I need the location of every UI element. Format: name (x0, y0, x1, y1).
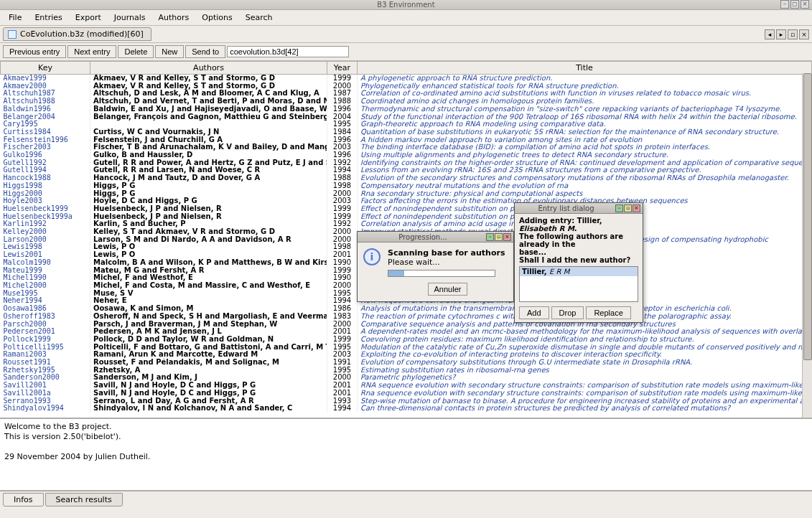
add-button[interactable]: Add (519, 306, 549, 319)
send-to-field[interactable] (227, 46, 349, 57)
cell-year: 1995 (327, 121, 358, 128)
previous-entry-button[interactable]: Previous entry (3, 45, 66, 58)
author-list-item[interactable]: Tillier, E R M (520, 267, 638, 276)
table-row[interactable]: Ramani2003Ramani, Arun K and Marcotte, E… (1, 351, 812, 359)
table-row[interactable]: Huelsenbeck1999aHuelsenbeck, J P and Nie… (1, 213, 812, 221)
new-button[interactable]: New (155, 45, 184, 58)
menu-entries[interactable]: Entries (29, 11, 67, 24)
cell-key: Malcolm1990 (1, 259, 90, 267)
table-row[interactable]: Felsenstein1996Felsenstein, J and Church… (1, 136, 812, 144)
cell-title: Graph-theoretic approach to RNA modeling… (358, 121, 812, 128)
cell-authors: Michel, F and Westhof, E (90, 274, 327, 282)
menu-authors[interactable]: Authors (153, 11, 195, 24)
dlg-minimize-icon[interactable]: – (615, 204, 623, 212)
dlg-maximize-icon[interactable]: ▫ (495, 233, 503, 241)
doc-next-button[interactable]: ▸ (776, 29, 786, 39)
cancel-button[interactable]: Annuler (428, 283, 468, 296)
author-list[interactable]: Tillier, E R M (519, 266, 638, 302)
table-row[interactable]: Huelsenbeck1999Huelsenbeck, J P and Niel… (1, 205, 812, 213)
tab-search-results[interactable]: Search results (45, 493, 123, 507)
menu-journals[interactable]: Journals (108, 11, 151, 24)
table-row[interactable]: Savill2001aSavill, N J and Hoyle, D C an… (1, 390, 812, 397)
table-row[interactable]: Polticelli1995Polticelli, F and Bottaro,… (1, 344, 812, 352)
table-row[interactable]: Gutell1994Gutell, R R and Larsen, N and … (1, 166, 812, 174)
table-row[interactable]: Hoyle2003Hoyle, D C and Higgs, P G2003Fa… (1, 197, 812, 205)
dlg-maximize-icon[interactable]: ▫ (624, 204, 632, 212)
table-row[interactable]: Sanderson2000Sanderson, M J and Kim, J20… (1, 374, 812, 382)
table-row[interactable]: Savill2001Savill, N J and Hoyle, D C and… (1, 382, 812, 390)
delete-button[interactable]: Delete (118, 45, 154, 58)
cell-key: Bélanger2004 (1, 113, 90, 121)
table-row[interactable]: Gutell1992Gutell, R R and Power, A and H… (1, 159, 812, 167)
document-tab[interactable]: CoEvolution.b3z (modified)[60] (3, 27, 151, 41)
send-to-button[interactable]: Send to (185, 45, 225, 58)
cell-key: Rousset1991 (1, 359, 90, 367)
dlg-minimize-icon[interactable]: – (486, 233, 494, 241)
table-row[interactable]: Shindyalov1994Shindyalov, I N and Kolcha… (1, 405, 812, 413)
col-authors[interactable]: Authors (90, 62, 327, 75)
replace-button[interactable]: Replace (586, 306, 630, 319)
table-row[interactable]: Curtiss1984Curtiss, W C and Vournakis, J… (1, 128, 812, 136)
doc-close-button[interactable]: × (799, 29, 809, 39)
menu-search[interactable]: Search (240, 11, 279, 24)
table-row[interactable]: Pedersen2001Pedersen, A M K and Jensen, … (1, 328, 812, 336)
cell-title: Estimating substitution rates in ribosom… (358, 367, 812, 375)
table-row[interactable]: Baldwin1996Baldwin, E and Xu, J and Haji… (1, 105, 812, 113)
minimize-icon[interactable]: – (780, 0, 789, 9)
doc-restore-button[interactable]: ▫ (788, 29, 798, 39)
cell-year: 1988 (327, 98, 358, 105)
table-row[interactable]: Pollock1999Pollock, D D and Taylor, W R … (1, 336, 812, 344)
table-row[interactable]: Akmaev1999Akmaev, V R and Kelley, S T an… (1, 75, 812, 83)
table-row[interactable]: Fischer2003Fischer, T B and Arunachalam,… (1, 143, 812, 151)
maximize-icon[interactable]: ▢ (790, 0, 799, 9)
cell-key: Sanderson2000 (1, 374, 90, 382)
tab-infos[interactable]: Infos (3, 493, 44, 507)
col-title[interactable]: Title (358, 62, 812, 75)
table-row[interactable]: Oosawa1986Oosawa, K and Simon, M1986Anal… (1, 305, 812, 313)
table-row[interactable]: Gulko1996Gulko, B and Haussler, D1996Usi… (1, 151, 812, 159)
cell-key: Hancock1988 (1, 174, 90, 182)
progression-dialog: Progression... – ▫ × i Scanning base for… (357, 231, 514, 302)
dlg-close-icon[interactable]: × (503, 233, 511, 241)
table-row[interactable]: Higgs1998Higgs, P G1998Compensatory neut… (1, 182, 812, 190)
cell-authors (90, 121, 327, 128)
cell-year: 2001 (327, 382, 358, 390)
cell-authors: Curtiss, W C and Vournakis, J N (90, 128, 327, 136)
next-entry-button[interactable]: Next entry (67, 45, 116, 58)
col-year[interactable]: Year (327, 62, 358, 75)
doc-prev-button[interactable]: ◂ (765, 29, 775, 39)
table-row[interactable]: Akmaev2000Akmaev, V R and Kelley, S T an… (1, 83, 812, 90)
menu-file[interactable]: File (3, 11, 27, 24)
table-row[interactable]: Higgs2000Higgs, P G2000Rna secondary str… (1, 190, 812, 198)
table-row[interactable]: Rousset1991Rousset, F and Pélandakis, M … (1, 359, 812, 367)
table-row[interactable]: Hancock1988Hancock, J M and Tautz, D and… (1, 174, 812, 182)
table-row[interactable]: Altschuh1988Altschuh, D and Vernet, T an… (1, 98, 812, 105)
cell-title: Coordinated amino acid changes in homolo… (358, 98, 812, 105)
close-icon[interactable]: × (801, 0, 809, 9)
progress-bar (388, 270, 495, 277)
table-row[interactable]: Karlin1992Karlin, S and Bucher, P1992Cor… (1, 220, 812, 228)
table-row[interactable]: Rzhetsky1995Rzhetsky, A1995Estimating su… (1, 367, 812, 375)
cell-year: 1999 (327, 75, 358, 83)
cell-year: 2001 (327, 251, 358, 259)
table-row[interactable]: Altschuh1987Altschuh, D and Lesk, A M an… (1, 90, 812, 98)
table-row[interactable]: Parsch2000Parsch, J and Braverman, J M a… (1, 321, 812, 329)
dlg-close-icon[interactable]: × (633, 204, 640, 212)
table-row[interactable]: Serrano1993Serrano, L and Day, A G and F… (1, 397, 812, 405)
drop-button[interactable]: Drop (551, 306, 584, 319)
vertical-scrollbar[interactable] (802, 73, 812, 418)
cell-title: Evolution of compensatory substitutions … (358, 359, 812, 367)
menu-export[interactable]: Export (70, 11, 107, 24)
cell-authors: Sanderson, M J and Kim, J (90, 374, 327, 382)
cell-year: 1993 (327, 397, 358, 405)
table-row[interactable]: Bélanger2004Bélanger, François and Gagno… (1, 113, 812, 121)
cell-year: 1992 (327, 220, 358, 228)
col-key[interactable]: Key (1, 62, 90, 75)
scrollbar-thumb[interactable] (803, 73, 812, 360)
table-row[interactable]: Cary19951995Graph-theoretic approach to … (1, 121, 812, 128)
cell-authors: Fischer, T B and Arunachalam, K V and Ba… (90, 143, 327, 151)
menu-options[interactable]: Options (196, 11, 238, 24)
cell-title: Phylogenetically enhanced statistical to… (358, 83, 812, 90)
cell-authors: Serrano, L and Day, A G and Fersht, A R (90, 397, 327, 405)
table-row[interactable]: Osheroff1983Osheroff, N and Speck, S H a… (1, 313, 812, 321)
